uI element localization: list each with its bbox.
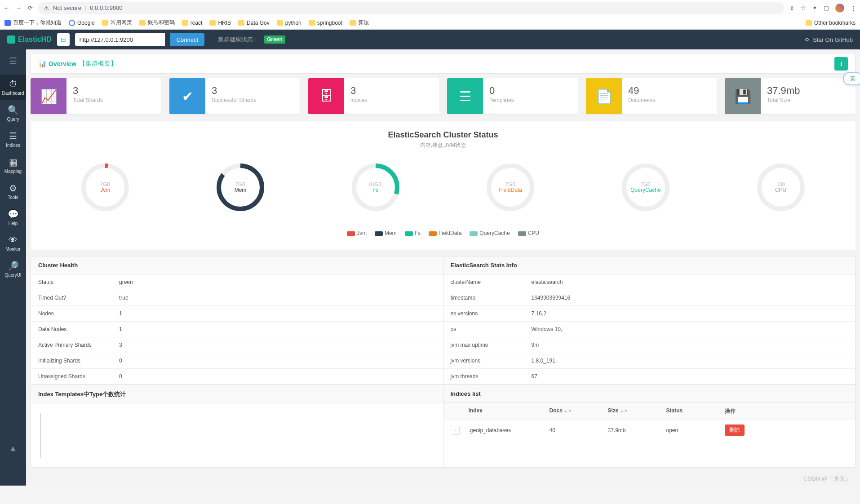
profile-avatar[interactable] (835, 4, 844, 13)
sidebar-item-tools[interactable]: ⚙Tools (0, 178, 26, 204)
star-icon[interactable]: ☆ (801, 4, 806, 11)
index-status: open (666, 427, 725, 433)
legend-item[interactable]: Fs (405, 230, 421, 236)
stat-value: 3 (73, 85, 103, 96)
gauge-value: 81GB (369, 181, 382, 187)
nav-icon: ⏱ (9, 79, 18, 89)
row-key: os (443, 322, 524, 337)
language-badge[interactable]: 英 (843, 72, 860, 85)
indices-table-header: Index Docs▲▼ Size▲▼ Status 操作 (443, 403, 856, 420)
gauge-cpu: 100CPU (756, 163, 806, 212)
table-row: Statusgreen (31, 274, 443, 290)
app-logo[interactable]: ElasticHD (7, 35, 52, 44)
bookmark-item[interactable]: springboot (309, 20, 342, 26)
connect-button[interactable]: Connect (170, 33, 204, 46)
address-field[interactable]: ⚠ Not secure | 0.0.0.0:9800 (38, 2, 784, 14)
legend-item[interactable]: CPU (518, 230, 539, 236)
github-link[interactable]: ⭘ Star On GitHub (804, 36, 853, 43)
stat-label: Templates (489, 97, 514, 103)
row-key: jvm threads (443, 369, 524, 384)
main-content: 英 📊 Overview【集群概要】 ℹ 📈3Total Shards✔3Suc… (26, 49, 860, 486)
stat-label: Successful Shards (212, 97, 256, 103)
row-value: 7.16.2 (524, 306, 856, 321)
bookmark-item[interactable]: Data Gov (238, 20, 270, 26)
gauge-value: 100 (776, 181, 785, 187)
hamburger-icon[interactable]: ☰ (0, 56, 26, 66)
stat-label: Documents (628, 97, 656, 103)
bookmark-item[interactable]: HRIS (209, 20, 231, 26)
sidebar-item-indices[interactable]: ☰Indices (0, 126, 26, 152)
row-value: 1 (112, 306, 443, 321)
nav-label: Tools (8, 195, 18, 200)
info-button[interactable]: ℹ (834, 57, 848, 71)
row-value: Windows 10, (524, 322, 856, 337)
sort-icon[interactable]: ▲▼ (620, 409, 628, 413)
menu-icon[interactable]: ⋮ (851, 4, 856, 11)
stats-info-table: ElasticSearch Stats Info clusterNameelas… (443, 256, 856, 468)
logo-icon (7, 35, 15, 44)
nav-icon: 🔍 (8, 105, 19, 115)
gauge-fielddata: 7GBFieldData (486, 163, 535, 212)
table-row: es versions7.16.2 (443, 306, 856, 322)
row-value: 0 (112, 353, 443, 368)
panel-icon[interactable]: ▢ (824, 4, 829, 11)
indices-row: ›.geoip_databases4037.9mbopen删除 (443, 420, 856, 440)
table-row: Timed Out?true (31, 290, 443, 306)
stat-label: Total Size (767, 97, 800, 103)
legend-item[interactable]: FieldData (429, 230, 461, 236)
bookmark-item[interactable]: 常用网页 (102, 19, 132, 27)
share-icon[interactable]: ⇪ (789, 4, 794, 11)
sidebar-item-query[interactable]: 🔍Query (0, 100, 26, 126)
nav-icon: ☰ (9, 131, 17, 141)
bookmark-item[interactable]: Google (69, 20, 95, 26)
nav-icon: ⚙ (9, 183, 17, 194)
browser-address-bar: ← → ⟳ ⚠ Not secure | 0.0.0.0:9800 ⇪ ☆ ✦ … (0, 0, 860, 16)
index-docs: 40 (550, 427, 608, 433)
bookmark-item[interactable]: python (277, 20, 301, 26)
table-row: timestamp1649903699416 (443, 290, 856, 306)
health-badge: Green (264, 35, 285, 44)
sidebar-footer-icon: ▲ (0, 444, 26, 453)
info-tables: Cluster Health StatusgreenTimed Out?true… (31, 256, 856, 468)
row-value: 1 (112, 322, 443, 337)
col-index: Index (469, 407, 550, 415)
sidebar-item-mapping[interactable]: ▦Mapping (0, 152, 26, 178)
table-row: jvm max uptime9m (443, 337, 856, 353)
delete-button[interactable]: 删除 (725, 424, 745, 436)
legend-item[interactable]: QueryCache (470, 230, 510, 236)
cluster-icon[interactable]: ⊟ (57, 33, 70, 46)
es-url-input[interactable] (75, 33, 165, 46)
other-bookmarks[interactable]: Other bookmarks (806, 20, 856, 26)
table-row: Initializing Shards0 (31, 353, 443, 369)
stat-card: ☰0Templates (447, 78, 578, 114)
stat-card: 📄49Documents (586, 78, 717, 114)
gauge-mem: 7GBMem (216, 163, 265, 212)
back-icon[interactable]: ← (4, 4, 9, 11)
bookmark-item[interactable]: 算法 (350, 19, 369, 27)
extension-icon[interactable]: ✦ (812, 4, 817, 11)
forward-icon[interactable]: → (16, 4, 22, 11)
stat-icon: ✔ (169, 78, 205, 114)
table-row: clusterNameelasticsearch (443, 274, 856, 290)
legend-item[interactable]: Jvm (347, 230, 367, 236)
sidebar-item-queryui[interactable]: 🔎QueryUI (0, 256, 26, 282)
row-key: Status (31, 274, 112, 290)
stat-card: 🗄3indices (308, 78, 439, 114)
bookmark-item[interactable]: react (182, 20, 203, 26)
reload-icon[interactable]: ⟳ (28, 4, 33, 11)
legend-item[interactable]: Mem (375, 230, 397, 236)
row-value: 1.8.0_191, (524, 353, 856, 368)
bookmark-item[interactable]: 账号和密码 (139, 19, 175, 27)
index-size: 37.9mb (608, 427, 666, 433)
url-text: 0.0.0.0:9800 (90, 4, 122, 11)
expand-button[interactable]: › (451, 426, 460, 435)
sidebar-item-dashboard[interactable]: ⏱Dashboard (0, 75, 26, 100)
sidebar-item-monitor[interactable]: 👁Monitor (0, 230, 26, 256)
sidebar-item-help[interactable]: 💬Help (0, 204, 26, 230)
bookmark-item[interactable]: 百度一下，你就知道 (4, 19, 62, 27)
stat-icon: 📈 (31, 78, 66, 114)
app-header: ElasticHD ⊟ Connect 集群健康状态： Green ⭘ Star… (0, 30, 860, 49)
col-docs: Docs▲▼ (550, 407, 608, 415)
sort-icon[interactable]: ▲▼ (564, 409, 572, 413)
row-key: clusterName (443, 274, 524, 290)
